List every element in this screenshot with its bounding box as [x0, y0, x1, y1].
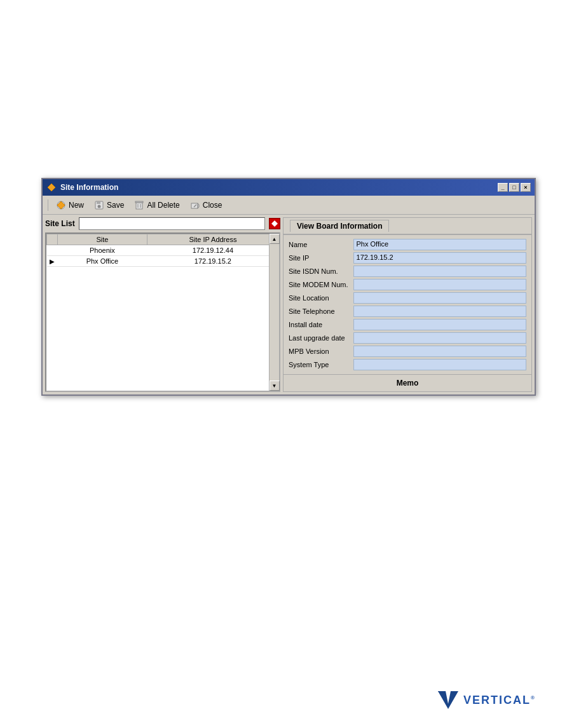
field-value-name[interactable]: Phx Office	[353, 239, 526, 250]
save-icon	[94, 200, 104, 210]
svg-rect-5	[97, 201, 100, 204]
view-board-tab[interactable]: View Board Information	[290, 220, 389, 232]
table-row[interactable]: Phoenix 172.19.12.44	[47, 245, 279, 256]
info-grid: Name Phx Office Site IP 172.19.15.2 Site…	[284, 235, 531, 374]
svg-marker-14	[438, 691, 458, 709]
dialog-window: Site Information _ □ × New	[41, 178, 536, 396]
table-header-row: Site Site IP Address	[47, 234, 279, 245]
save-button[interactable]: Save	[90, 199, 128, 212]
field-value-site-isdn[interactable]	[353, 266, 526, 277]
field-label-site-location: Site Location	[289, 293, 348, 303]
close-toolbar-button[interactable]: Close	[186, 199, 226, 212]
row-arrow-2: ▶	[47, 256, 58, 267]
all-delete-label: All Delete	[147, 201, 179, 210]
right-panel: View Board Information Name Phx Office S…	[283, 217, 532, 392]
field-label-last-upgrade: Last upgrade date	[289, 333, 348, 343]
close-toolbar-label: Close	[203, 201, 222, 210]
vertical-logo-icon	[438, 691, 458, 709]
selected-row-arrow: ▶	[50, 258, 55, 265]
search-input[interactable]	[79, 217, 265, 230]
site-list-label: Site List	[45, 219, 75, 228]
title-controls: _ □ ×	[498, 183, 531, 192]
close-button[interactable]: ×	[521, 183, 531, 192]
table-row[interactable]: ▶ Phx Office 172.19.15.2	[47, 256, 279, 267]
col-site-header: Site	[58, 234, 147, 245]
new-icon	[56, 200, 66, 210]
field-label-site-isdn: Site ISDN Num.	[289, 266, 348, 276]
svg-marker-13	[271, 220, 278, 227]
add-site-button[interactable]	[269, 218, 280, 229]
save-label: Save	[107, 201, 124, 210]
site-table: Site Site IP Address Phoenix 172.19.12.4…	[46, 234, 279, 267]
svg-point-4	[98, 205, 101, 208]
row-site-2: Phx Office	[58, 256, 147, 267]
row-arrow-1	[47, 245, 58, 256]
row-site-1: Phoenix	[58, 245, 147, 256]
new-button[interactable]: New	[52, 199, 88, 212]
field-value-install-date[interactable]	[353, 319, 526, 330]
minimize-button[interactable]: _	[498, 183, 508, 192]
field-label-site-modem: Site MODEM Num.	[289, 280, 348, 290]
site-list-header: Site List	[45, 217, 280, 230]
all-delete-icon	[134, 200, 144, 210]
toolbar: New Save	[43, 196, 535, 215]
field-value-site-ip[interactable]: 172.19.15.2	[353, 252, 526, 264]
memo-section: Memo	[284, 374, 531, 391]
close-toolbar-icon	[190, 200, 200, 210]
bottom-logo: VERTICAL®	[438, 691, 536, 709]
svg-marker-0	[48, 184, 55, 191]
col-arrow-header	[47, 234, 58, 245]
brand-name: VERTICAL®	[463, 694, 536, 707]
scroll-up-button[interactable]: ▲	[270, 234, 280, 244]
right-panel-header: View Board Information	[284, 218, 531, 235]
field-value-last-upgrade[interactable]	[353, 332, 526, 344]
new-label: New	[69, 201, 84, 210]
field-value-site-modem[interactable]	[353, 279, 526, 290]
title-bar-left: Site Information	[46, 182, 118, 192]
field-label-system-type: System Type	[289, 360, 348, 370]
site-info-icon	[46, 182, 57, 192]
field-value-mpb-version[interactable]	[353, 346, 526, 357]
toolbar-separator-1	[48, 199, 48, 211]
page-wrapper: Site Information _ □ × New	[0, 0, 574, 728]
row-ip-2: 172.19.15.2	[147, 256, 278, 267]
col-ip-header: Site IP Address	[147, 234, 278, 245]
field-label-site-ip: Site IP	[289, 253, 348, 263]
field-value-site-telephone[interactable]	[353, 306, 526, 317]
title-bar: Site Information _ □ ×	[43, 179, 535, 196]
scrollbar-track: ▲ ▼	[269, 234, 279, 391]
field-label-install-date: Install date	[289, 320, 348, 330]
all-delete-button[interactable]: All Delete	[130, 199, 183, 212]
scroll-down-button[interactable]: ▼	[270, 381, 280, 391]
field-label-mpb-version: MPB Version	[289, 346, 348, 356]
restore-button[interactable]: □	[509, 183, 519, 192]
field-value-site-location[interactable]	[353, 292, 526, 304]
svg-rect-6	[136, 203, 142, 209]
field-label-site-telephone: Site Telephone	[289, 306, 348, 316]
field-value-system-type[interactable]	[353, 359, 526, 370]
svg-marker-11	[198, 203, 199, 208]
window-title: Site Information	[60, 183, 118, 192]
svg-rect-7	[135, 201, 143, 203]
left-panel: Site List Site Site	[45, 217, 280, 392]
view-board-tab-label: View Board Information	[297, 222, 382, 231]
field-label-name: Name	[289, 239, 348, 250]
brand-text: VERTICAL	[463, 694, 531, 706]
trademark-symbol: ®	[531, 695, 536, 701]
memo-label: Memo	[289, 377, 526, 389]
site-table-wrapper: Site Site IP Address Phoenix 172.19.12.4…	[45, 233, 280, 392]
main-content: Site List Site Site	[43, 215, 535, 394]
row-ip-1: 172.19.12.44	[147, 245, 278, 256]
